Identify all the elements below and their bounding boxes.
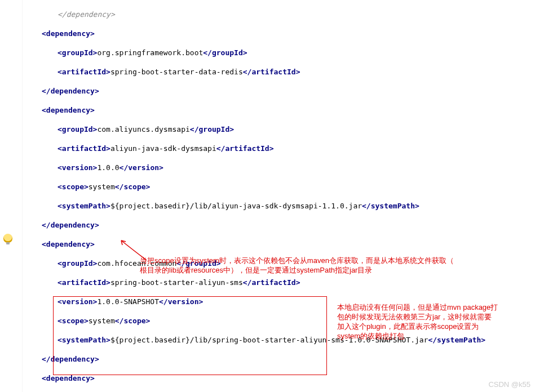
scope-close: </scope> <box>115 182 151 191</box>
artifactId-open: <artifactId> <box>58 68 110 76</box>
systemPath-close: </systemPath> <box>362 202 419 210</box>
groupId-val: com.aliyuncs.dysmsapi <box>97 125 189 133</box>
annotation-scope-note: 当把scope设置为system时，表示这个依赖包不会从maven仓库获取，而是… <box>140 256 534 275</box>
artifactId-close: </artifactId> <box>243 68 300 76</box>
watermark: CSDN @k55 <box>488 380 530 389</box>
annotation-line: 包的时候发现无法依赖第三方jar，这时候就需要 <box>337 313 529 322</box>
dependency-open: <dependency> <box>42 374 95 382</box>
systemPath-open: <systemPath> <box>58 336 110 344</box>
version-close: </version> <box>159 297 203 306</box>
artifactId-close: </artifactId> <box>216 144 274 153</box>
scope-val: system <box>89 317 115 325</box>
annotation-line: system的依赖也打包 <box>337 332 529 341</box>
artifactId-close: </artifactId> <box>243 278 300 287</box>
artifactId-val: aliyun-java-sdk-dysmsapi <box>110 144 216 153</box>
faded-close-tag: </dependency> <box>58 10 115 19</box>
groupId-open: <groupId> <box>58 125 97 133</box>
annotation-line: 根目录的lib或者resources中），但是一定要通过systemPath指定… <box>140 266 534 275</box>
dependency-close: </dependency> <box>42 355 99 363</box>
groupId-open: <groupId> <box>58 48 97 57</box>
dependency-close: </dependency> <box>42 221 99 229</box>
annotation-line: 本地启动没有任何问题，但是通过mvn package打 <box>337 303 529 313</box>
dependency-open: <dependency> <box>42 240 95 248</box>
version-open: <version> <box>58 297 97 306</box>
version-val: 1.0.0-SNAPSHOT <box>97 297 159 306</box>
scope-close: </scope> <box>115 317 151 325</box>
groupId-close: </groupId> <box>190 125 234 133</box>
groupId-val: org.springframework.boot <box>97 48 203 57</box>
systemPath-open: <systemPath> <box>58 202 110 210</box>
version-open: <version> <box>58 163 97 172</box>
groupId-close: </groupId> <box>203 48 247 57</box>
systemPath-val: ${project.basedir}/lib/aliyun-java-sdk-d… <box>110 202 362 210</box>
version-val: 1.0.0 <box>97 163 119 172</box>
annotation-line: 当把scope设置为system时，表示这个依赖包不会从maven仓库获取，而是… <box>140 256 534 266</box>
scope-open: <scope> <box>58 182 89 191</box>
annotation-line: 加入这个plugin，此配置表示将scope设置为 <box>337 322 529 332</box>
artifactId-val: spring-boot-starter-data-redis <box>110 68 243 76</box>
artifactId-val: spring-boot-starter-aliyun-sms <box>110 278 243 287</box>
groupId-open: <groupId> <box>58 259 97 268</box>
annotation-plugin-note: 本地启动没有任何问题，但是通过mvn package打 包的时候发现无法依赖第三… <box>337 303 529 341</box>
scope-val: system <box>89 182 115 191</box>
artifactId-open: <artifactId> <box>58 278 110 287</box>
dependency-close: </dependency> <box>42 87 99 95</box>
version-close: </version> <box>120 163 163 172</box>
artifactId-open: <artifactId> <box>58 144 110 153</box>
scope-open: <scope> <box>58 317 89 325</box>
dependency-open: <dependency> <box>42 29 95 38</box>
dependency-open: <dependency> <box>42 106 95 114</box>
